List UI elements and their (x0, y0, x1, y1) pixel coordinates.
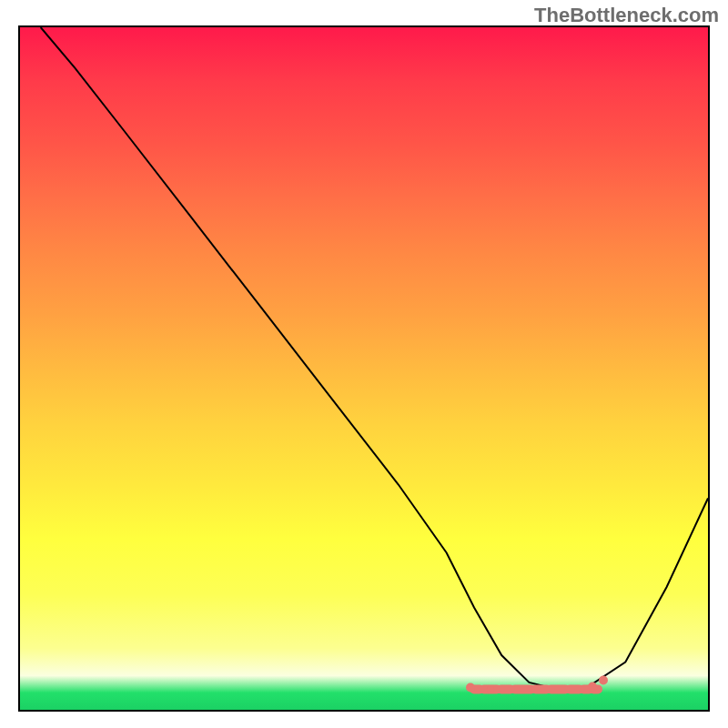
chart-svg (20, 27, 708, 710)
bottleneck-curve (41, 27, 708, 690)
plot-area (18, 25, 710, 712)
sweet-spot-dot (487, 686, 494, 693)
chart-container: TheBottleneck.com (0, 0, 728, 728)
sweet-spot-dot (599, 676, 608, 685)
watermark-text: TheBottleneck.com (534, 4, 719, 27)
sweet-spot-dot (466, 683, 475, 693)
sweet-spot-dot (588, 682, 597, 692)
